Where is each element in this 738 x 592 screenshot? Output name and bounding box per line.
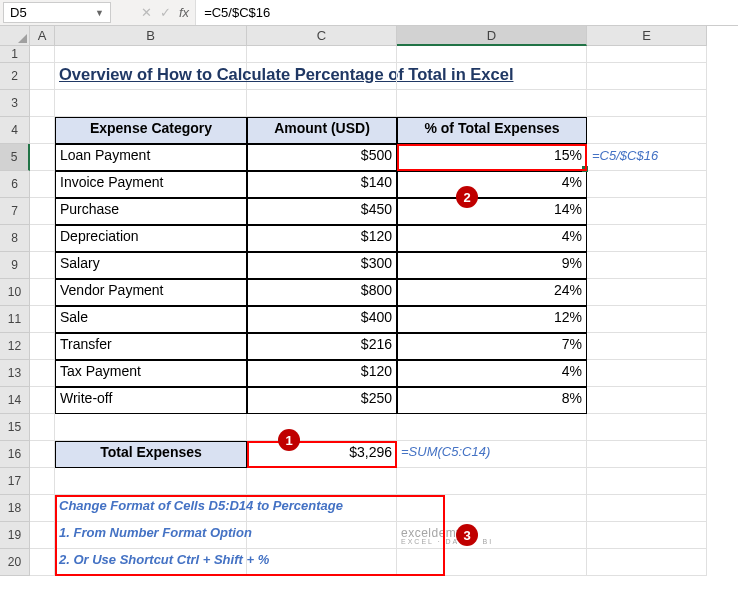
enter-icon: ✓ — [160, 5, 171, 20]
table-row: Salary$3009% — [30, 252, 738, 279]
badge-2: 2 — [456, 186, 478, 208]
cell-percent[interactable]: 7% — [397, 333, 587, 360]
header-category[interactable]: Expense Category — [55, 117, 247, 144]
cell-category[interactable]: Invoice Payment — [55, 171, 247, 198]
table-row: Sale$40012% — [30, 306, 738, 333]
table-row: Transfer$2167% — [30, 333, 738, 360]
table-row: Depreciation$1204% — [30, 225, 738, 252]
col-header-e[interactable]: E — [587, 26, 707, 46]
cell-category[interactable]: Tax Payment — [55, 360, 247, 387]
badge-1: 1 — [278, 429, 300, 451]
row-header[interactable]: 14 — [0, 387, 30, 414]
cell-percent[interactable]: 4% — [397, 225, 587, 252]
row-header[interactable]: 17 — [0, 468, 30, 495]
cell-grid[interactable]: Overview of How to Calculate Percentage … — [30, 46, 738, 576]
name-box[interactable]: D5 ▼ — [3, 2, 111, 23]
col-header-b[interactable]: B — [55, 26, 247, 46]
row-header[interactable]: 6 — [0, 171, 30, 198]
badge-3: 3 — [456, 524, 478, 546]
cell-percent[interactable]: 4% — [397, 171, 587, 198]
row-headers: 1 2 3 4 5 6 7 8 9 10 11 12 13 14 15 16 1… — [0, 46, 30, 576]
spreadsheet: A B C D E 1 2 3 4 5 6 7 8 9 10 11 12 13 … — [0, 26, 738, 576]
cell-amount[interactable]: $300 — [247, 252, 397, 279]
cell-amount[interactable]: $216 — [247, 333, 397, 360]
table-row: Write-off$2508% — [30, 387, 738, 414]
row-header[interactable]: 2 — [0, 63, 30, 90]
cell-percent[interactable]: 9% — [397, 252, 587, 279]
table-row: Vendor Payment$80024% — [30, 279, 738, 306]
row-header[interactable]: 1 — [0, 46, 30, 63]
formula-bar-value: =C5/$C$16 — [204, 5, 270, 20]
total-value[interactable]: $3,296 — [247, 441, 397, 468]
cell-amount[interactable]: $500 — [247, 144, 397, 171]
chevron-down-icon[interactable]: ▼ — [95, 8, 104, 18]
row-header[interactable]: 10 — [0, 279, 30, 306]
cell-category[interactable]: Loan Payment — [55, 144, 247, 171]
name-formula-bar: D5 ▼ ✕ ✓ fx =C5/$C$16 — [0, 0, 738, 26]
row-header[interactable]: 16 — [0, 441, 30, 468]
row-header[interactable]: 11 — [0, 306, 30, 333]
select-all-corner[interactable] — [0, 26, 30, 46]
cell-percent[interactable]: 24% — [397, 279, 587, 306]
cell-category[interactable]: Salary — [55, 252, 247, 279]
cell-category[interactable]: Purchase — [55, 198, 247, 225]
table-row: Tax Payment$1204% — [30, 360, 738, 387]
d5-formula-annotation: =C5/$C$16 — [592, 148, 658, 163]
cell-amount[interactable]: $250 — [247, 387, 397, 414]
total-formula-annotation: =SUM(C5:C14) — [401, 444, 490, 459]
row-header[interactable]: 4 — [0, 117, 30, 144]
col-header-c[interactable]: C — [247, 26, 397, 46]
formula-buttons: ✕ ✓ fx — [141, 5, 189, 20]
cell-percent[interactable]: 15% — [397, 144, 587, 171]
cancel-icon: ✕ — [141, 5, 152, 20]
table-row: Purchase$45014% — [30, 198, 738, 225]
name-box-value: D5 — [10, 5, 27, 20]
header-percent[interactable]: % of Total Expenses — [397, 117, 587, 144]
cell-category[interactable]: Vendor Payment — [55, 279, 247, 306]
cell-category[interactable]: Depreciation — [55, 225, 247, 252]
cell-amount[interactable]: $140 — [247, 171, 397, 198]
row-header[interactable]: 12 — [0, 333, 30, 360]
formula-bar[interactable]: =C5/$C$16 — [195, 0, 738, 25]
cell-amount[interactable]: $450 — [247, 198, 397, 225]
note-line-2: 1. From Number Format Option — [59, 525, 252, 540]
cell-percent[interactable]: 8% — [397, 387, 587, 414]
total-label[interactable]: Total Expenses — [55, 441, 247, 468]
row-header[interactable]: 18 — [0, 495, 30, 522]
cell-amount[interactable]: $800 — [247, 279, 397, 306]
cell-amount[interactable]: $120 — [247, 225, 397, 252]
row-header[interactable]: 5 — [0, 144, 30, 171]
row-header[interactable]: 3 — [0, 90, 30, 117]
row-header[interactable]: 15 — [0, 414, 30, 441]
cell-category[interactable]: Write-off — [55, 387, 247, 414]
row-header[interactable]: 7 — [0, 198, 30, 225]
cell-percent[interactable]: 4% — [397, 360, 587, 387]
column-headers: A B C D E — [30, 26, 738, 46]
cell-percent[interactable]: 14% — [397, 198, 587, 225]
cell-amount[interactable]: $120 — [247, 360, 397, 387]
note-line-3: 2. Or Use Shortcut Ctrl + Shift + % — [59, 552, 269, 567]
table-row: Invoice Payment$1404% — [30, 171, 738, 198]
row-header[interactable]: 19 — [0, 522, 30, 549]
row-header[interactable]: 9 — [0, 252, 30, 279]
row-header[interactable]: 13 — [0, 360, 30, 387]
col-header-a[interactable]: A — [30, 26, 55, 46]
cell-category[interactable]: Transfer — [55, 333, 247, 360]
watermark: exceldemyEXCEL · DATA · BI — [401, 526, 582, 545]
col-header-d[interactable]: D — [397, 26, 587, 46]
fx-icon[interactable]: fx — [179, 5, 189, 20]
row-header[interactable]: 8 — [0, 225, 30, 252]
cell-percent[interactable]: 12% — [397, 306, 587, 333]
cell-amount[interactable]: $400 — [247, 306, 397, 333]
cell-category[interactable]: Sale — [55, 306, 247, 333]
row-header[interactable]: 20 — [0, 549, 30, 576]
header-amount[interactable]: Amount (USD) — [247, 117, 397, 144]
